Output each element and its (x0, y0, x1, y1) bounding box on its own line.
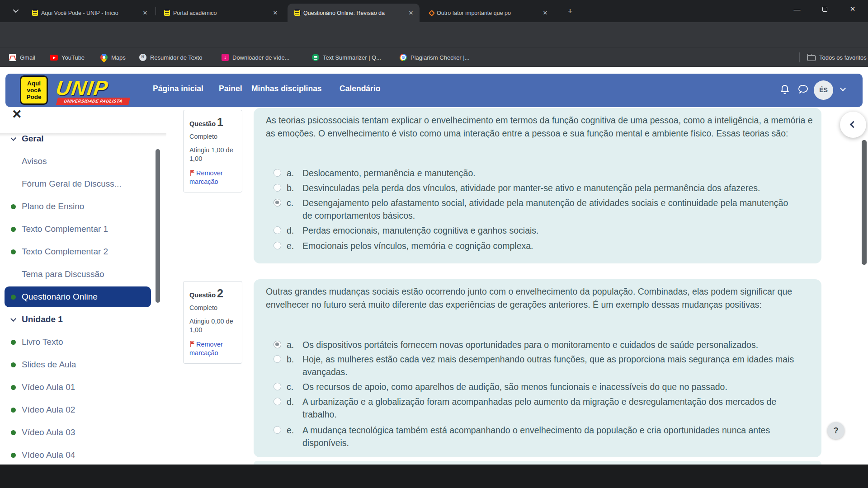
chevron-left-icon (850, 121, 857, 128)
sidebar-item-slides-de-aula[interactable]: Slides de Aula (0, 353, 154, 376)
tab-search-chevron-icon[interactable] (11, 6, 21, 16)
question-2-info-box: Questão2 Completo Atingiu 0,00 de 1,00 R… (183, 281, 242, 364)
sidebar-item-video-aula-01[interactable]: Vídeo Aula 01 (0, 376, 154, 399)
all-bookmarks-button[interactable]: Todos os favoritos (807, 47, 867, 67)
tab-portal-academico[interactable]: Portal acadêmico ✕ (157, 4, 284, 22)
unip-header: Aqui você Pode UNIP UNIVERSIDADE PAULIST… (5, 74, 863, 107)
radio-icon[interactable] (274, 426, 281, 434)
bookmark-downloader[interactable]: Downloader de víde... (222, 47, 289, 67)
question-2-option-c[interactable]: c.Os recursos de apoio, como aparelhos d… (274, 380, 800, 393)
tab-close-icon[interactable]: ✕ (541, 9, 549, 17)
nav-calendario[interactable]: Calendário (340, 84, 380, 94)
question-1-option-a[interactable]: a.Deslocamento, permanência e manutenção… (274, 167, 800, 179)
sidebar-item-avisos[interactable]: Avisos (0, 150, 154, 173)
completion-dot-icon (11, 385, 16, 390)
radio-icon[interactable] (274, 355, 281, 363)
radio-icon[interactable] (274, 184, 281, 192)
bookmark-gmail[interactable]: Gmail (9, 47, 35, 67)
resumidor-icon (139, 54, 146, 61)
bookmark-plagiarism-checker[interactable]: Plagiarism Checker |... (400, 47, 470, 67)
maps-pin-icon (99, 52, 109, 63)
completion-dot-icon (11, 249, 16, 254)
browser-tab-strip: Aqui Você Pode - UNIP - Início ✕ Portal … (0, 0, 868, 22)
new-tab-button[interactable]: + (564, 5, 576, 17)
question-status: Completo (189, 133, 237, 140)
downloader-icon (222, 54, 229, 61)
tab-close-icon[interactable]: ✕ (407, 9, 415, 17)
sidebar-item-texto-complementar-2[interactable]: Texto Complementar 2 (0, 240, 154, 263)
tab-close-icon[interactable]: ✕ (141, 9, 149, 17)
unip-logo[interactable]: UNIP (54, 76, 110, 100)
radio-icon[interactable] (274, 398, 281, 405)
flag-icon (189, 341, 195, 347)
window-minimize-button[interactable]: — (787, 0, 807, 18)
messages-chat-icon[interactable] (797, 84, 810, 96)
nav-minhas-disciplinas[interactable]: Minhas disciplinas (251, 84, 322, 94)
diamond-favicon (429, 9, 435, 16)
bookmark-resumidor[interactable]: Resumidor de Texto (139, 47, 202, 67)
radio-icon[interactable] (274, 242, 281, 249)
tab-questionario-online[interactable]: Questionário Online: Revisão da ✕ (288, 4, 420, 22)
radio-icon[interactable] (274, 383, 281, 390)
radio-icon[interactable] (274, 169, 281, 177)
window-maximize-button[interactable] (814, 0, 835, 18)
question-1-option-e[interactable]: e.Emocionais pelos vínculos, memória e c… (274, 239, 800, 252)
sidebar-item-forum-geral[interactable]: Fórum Geral de Discuss... (0, 173, 154, 195)
nav-pagina-inicial[interactable]: Página inicial (153, 84, 203, 94)
sidebar-item-video-aula-02[interactable]: Vídeo Aula 02 (0, 399, 154, 421)
question-2-option-a[interactable]: a.Os dispositivos portáteis fornecem nov… (274, 338, 800, 351)
question-1-option-b[interactable]: b.Desvinculadas pela perda dos vínculos,… (274, 182, 800, 194)
sidebar-section-unidade-1[interactable]: Unidade 1 (0, 308, 154, 331)
sidebar-section-geral[interactable]: Geral (0, 127, 154, 150)
notifications-bell-icon[interactable] (779, 84, 792, 96)
help-button[interactable]: ? (827, 422, 844, 439)
user-menu-chevron-icon[interactable] (840, 85, 846, 91)
question-2-content: Outras grandes mudanças sociais estão oc… (254, 279, 821, 457)
remove-flag-link[interactable]: Remover marcação (189, 340, 235, 357)
nav-painel[interactable]: Painel (219, 84, 242, 94)
aqui-voce-pode-logo[interactable]: Aqui você Pode (20, 75, 48, 105)
question-2-option-d[interactable]: d.A urbanização e a globalização foram a… (274, 395, 800, 421)
user-avatar[interactable]: ÉS (814, 80, 833, 100)
bookmark-text-summarizer[interactable]: Text Summarizer | Q... (312, 47, 381, 67)
sidebar-scrollbar-thumb[interactable] (156, 149, 160, 303)
sidebar-item-tema-para-discussao[interactable]: Tema para Discussão (0, 263, 154, 286)
windows-taskbar: 1 23°C Parc ensolarado Pesquisar PRE W 0… (0, 465, 868, 488)
sidebar-close-icon[interactable]: ✕ (12, 108, 22, 120)
question-grade: Atingiu 0,00 de 1,00 (189, 317, 237, 334)
unip-logo-subtitle: UNIVERSIDADE PAULISTA (56, 98, 130, 105)
question-2-option-e[interactable]: e.A mudança tecnológica também está acom… (274, 424, 800, 449)
sidebar-item-livro-texto[interactable]: Livro Texto (0, 331, 154, 353)
radio-selected-icon[interactable] (274, 199, 281, 206)
tab-title: Portal acadêmico (173, 10, 269, 16)
question-2-option-b[interactable]: b.Hoje, as mulheres estão cada vez mais … (274, 353, 800, 378)
bookmark-maps[interactable]: Maps (100, 47, 126, 67)
question-1-option-d[interactable]: d.Perdas emocionais, manutenção cognitiv… (274, 224, 800, 237)
tab-separator (156, 7, 156, 15)
tab-outro-fator[interactable]: Outro fator importante que po ✕ (423, 4, 554, 22)
sidebar-item-questionario-online[interactable]: Questionário Online (0, 286, 154, 308)
tab-unip-inicio[interactable]: Aqui Você Pode - UNIP - Início ✕ (25, 4, 154, 22)
question-1-text: As teorias psicossociais tentam explicar… (266, 114, 813, 140)
sidebar-item-video-aula-04[interactable]: Vídeo Aula 04 (0, 444, 154, 466)
tab-title: Outro fator importante que po (437, 10, 538, 16)
bookmark-youtube[interactable]: YouTube (50, 47, 85, 67)
question-1-option-c[interactable]: c.Desengajamento pelo afastamento social… (274, 197, 800, 222)
sidebar-item-plano-de-ensino[interactable]: Plano de Ensino (0, 195, 154, 218)
page-scrollbar-thumb[interactable] (862, 140, 867, 265)
question-label: Questão (189, 120, 216, 127)
sidebar-item-texto-complementar-1[interactable]: Texto Complementar 1 (0, 218, 154, 240)
remove-flag-link[interactable]: Remover marcação (189, 169, 235, 186)
chevron-down-icon (10, 316, 16, 322)
tab-title: Aqui Você Pode - UNIP - Início (41, 10, 138, 16)
radio-selected-icon[interactable] (274, 341, 281, 348)
collapse-drawer-button[interactable] (840, 112, 866, 138)
bookmarks-divider (799, 52, 800, 62)
tab-close-icon[interactable]: ✕ (271, 9, 279, 17)
window-close-button[interactable]: ✕ (842, 0, 863, 18)
question-2-text: Outras grandes mudanças sociais estão oc… (266, 285, 813, 311)
youtube-icon (50, 55, 58, 61)
radio-icon[interactable] (274, 226, 281, 234)
question-label: Questão (189, 291, 216, 299)
sidebar-item-video-aula-03[interactable]: Vídeo Aula 03 (0, 421, 154, 444)
